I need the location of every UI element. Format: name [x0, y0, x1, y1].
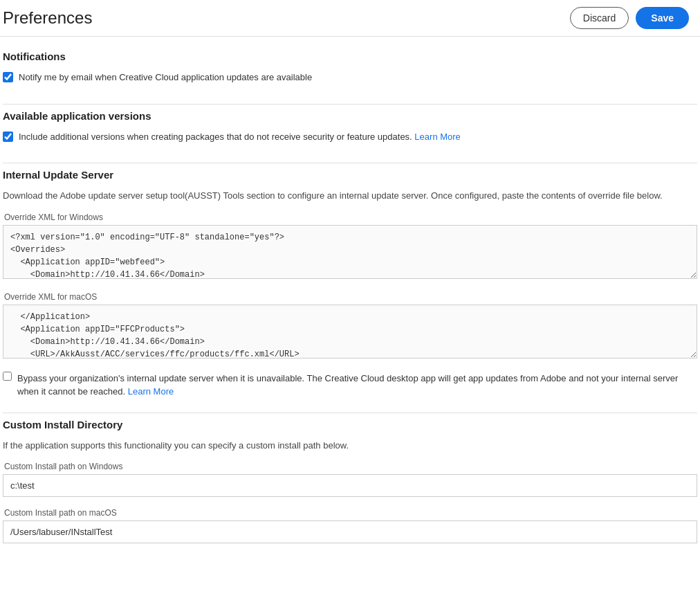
available-versions-checkbox[interactable]	[3, 132, 13, 142]
custom-install-windows-label: Custom Install path on Windows	[3, 462, 697, 471]
bypass-checkbox[interactable]	[3, 372, 12, 381]
page-title: Preferences	[3, 8, 92, 28]
page-header: Preferences Discard Save	[0, 0, 700, 37]
custom-install-section: Custom Install Directory If the applicat…	[3, 419, 697, 569]
available-versions-title: Available application versions	[3, 110, 697, 122]
header-buttons: Discard Save	[570, 7, 689, 29]
main-content: Notifications Notify me by email when Cr…	[0, 37, 700, 588]
xml-macos-group: Override XML for macOS	[3, 292, 697, 361]
notifications-checkbox-label: Notify me by email when Creative Cloud a…	[19, 71, 312, 84]
xml-windows-textarea[interactable]	[3, 225, 697, 279]
available-versions-checkbox-label: Include additional versions when creatin…	[19, 130, 461, 144]
xml-windows-label: Override XML for Windows	[3, 212, 697, 222]
bypass-label: Bypass your organization's internal upda…	[17, 372, 697, 399]
custom-install-windows-group: Custom Install path on Windows	[3, 462, 697, 497]
internal-update-server-title: Internal Update Server	[3, 169, 697, 181]
bypass-checkbox-row: Bypass your organization's internal upda…	[3, 372, 697, 399]
available-versions-checkbox-row: Include additional versions when creatin…	[3, 130, 697, 144]
custom-install-macos-group: Custom Install path on macOS	[3, 508, 697, 543]
xml-windows-group: Override XML for Windows	[3, 212, 697, 281]
save-button[interactable]: Save	[636, 7, 689, 29]
notifications-title: Notifications	[3, 51, 697, 62]
xml-macos-label: Override XML for macOS	[3, 292, 697, 302]
discard-button[interactable]: Discard	[570, 7, 629, 29]
custom-install-macos-input[interactable]	[3, 520, 697, 543]
available-versions-section: Available application versions Include a…	[3, 110, 697, 164]
internal-update-server-desc: Download the Adobe update server setup t…	[3, 189, 697, 203]
bypass-learn-more-link[interactable]: Learn More	[128, 386, 174, 397]
custom-install-macos-label: Custom Install path on macOS	[3, 508, 697, 518]
internal-update-server-section: Internal Update Server Download the Adob…	[3, 169, 697, 413]
notifications-checkbox[interactable]	[3, 72, 13, 82]
available-versions-learn-more-link[interactable]: Learn More	[414, 132, 460, 142]
custom-install-title: Custom Install Directory	[3, 419, 697, 431]
notifications-section: Notifications Notify me by email when Cr…	[3, 51, 697, 105]
custom-install-desc: If the application supports this functio…	[3, 439, 697, 453]
xml-macos-textarea[interactable]	[3, 305, 697, 359]
custom-install-windows-input[interactable]	[3, 474, 697, 497]
notifications-checkbox-row: Notify me by email when Creative Cloud a…	[3, 71, 697, 84]
